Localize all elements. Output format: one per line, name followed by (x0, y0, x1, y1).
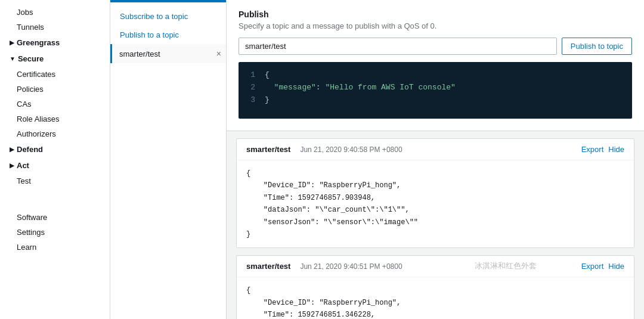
sidebar-section-defend[interactable]: ▶ Defend (0, 141, 110, 157)
code-line-1: 1 { (248, 69, 623, 82)
publish-title: Publish (239, 10, 632, 19)
arrow-icon: ▶ (10, 39, 14, 46)
sidebar-section-greengrass[interactable]: ▶ Greengrass (0, 35, 110, 51)
main-content: Publish Specify a topic and a message to… (227, 0, 644, 319)
sidebar-section-secure[interactable]: ▼ Secure (0, 51, 110, 67)
publish-panel: Publish Specify a topic and a message to… (227, 0, 644, 131)
sidebar-item-test[interactable]: Test (0, 174, 110, 188)
hide-button-0[interactable]: Hide (608, 145, 624, 154)
code-editor[interactable]: 1 { 2 "message": "Hello from AWS IoT con… (239, 62, 632, 119)
sidebar-item-software[interactable]: Software (0, 210, 110, 225)
code-line-2: 2 "message": "Hello from AWS IoT console… (248, 82, 623, 94)
export-button-1[interactable]: Export (581, 262, 604, 271)
sidebar-item-certificates[interactable]: Certificates (0, 67, 110, 82)
message-actions-1: Export Hide (581, 262, 624, 271)
message-topic-1: smarter/test (246, 262, 290, 271)
sidebar-item-jobs[interactable]: Jobs (0, 5, 110, 20)
message-header-0: smarter/test Jun 21, 2020 9:40:58 PM +08… (237, 139, 634, 160)
sidebar-item-authorizers[interactable]: Authorizers (0, 126, 110, 141)
sidebar-item-settings[interactable]: Settings (0, 225, 110, 240)
arrow-icon-defend: ▶ (10, 146, 14, 153)
export-button-0[interactable]: Export (581, 145, 604, 154)
arrow-down-icon: ▼ (10, 55, 16, 62)
sidebar: Jobs Tunnels ▶ Greengrass ▼ Secure Certi… (0, 0, 110, 319)
sidebar-item-policies[interactable]: Policies (0, 82, 110, 97)
publish-input-row: Publish to topic (239, 38, 632, 55)
middle-panel: Subscribe to a topic Publish to a topic … (110, 0, 227, 319)
hide-button-1[interactable]: Hide (608, 262, 624, 271)
arrow-icon-act: ▶ (10, 162, 14, 169)
message-card-1: smarter/test Jun 21, 2020 9:40:51 PM +08… (236, 255, 634, 319)
publish-nav-item[interactable]: Publish to a topic (110, 26, 226, 44)
message-timestamp-1: Jun 21, 2020 9:40:51 PM +0800 (300, 262, 571, 271)
message-timestamp-0: Jun 21, 2020 9:40:58 PM +0800 (300, 145, 571, 154)
message-body-1: { "Device_ID": "RaspberryPi_hong", "Time… (237, 277, 634, 319)
message-body-0: { "Device_ID": "RaspberryPi_hong", "Time… (237, 160, 634, 247)
sidebar-item-cas[interactable]: CAs (0, 97, 110, 112)
message-actions-0: Export Hide (581, 145, 624, 154)
message-topic-0: smarter/test (246, 145, 290, 154)
topic-name-label[interactable]: smarter/test (114, 49, 160, 58)
subscribe-nav-item[interactable]: Subscribe to a topic (110, 7, 226, 26)
publish-description: Specify a topic and a message to publish… (239, 21, 632, 30)
sidebar-item-role-aliases[interactable]: Role Aliases (0, 112, 110, 126)
code-line-3: 3 } (248, 94, 623, 107)
message-card-0: smarter/test Jun 21, 2020 9:40:58 PM +08… (236, 138, 634, 248)
message-header-1: smarter/test Jun 21, 2020 9:40:51 PM +08… (237, 256, 634, 277)
sidebar-section-act[interactable]: ▶ Act (0, 157, 110, 174)
topic-input[interactable] (239, 38, 557, 55)
sidebar-item-learn[interactable]: Learn (0, 240, 110, 255)
middle-nav: Subscribe to a topic Publish to a topic … (110, 2, 226, 68)
sidebar-item-tunnels[interactable]: Tunnels (0, 20, 110, 35)
publish-to-topic-button[interactable]: Publish to topic (562, 38, 632, 55)
topic-row: smarter/test × (110, 44, 226, 63)
topic-close-button[interactable]: × (216, 49, 221, 58)
